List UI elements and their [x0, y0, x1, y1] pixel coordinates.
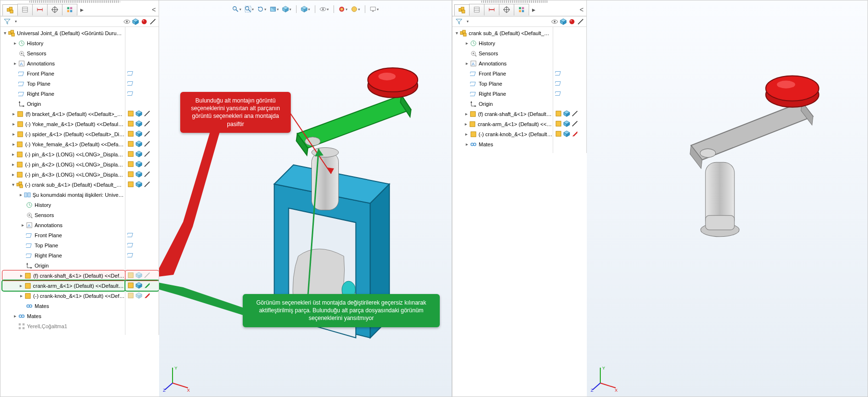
display-option-part[interactable]: [127, 282, 135, 289]
display-option-cube[interactable]: [136, 151, 143, 158]
tree-item[interactable]: ▸ (-) pin_&<2> (LONG) <<LONG>_Display St…: [2, 159, 125, 169]
feature-tree[interactable]: ▾ Universal Joint_& (Default) <Görüntü D…: [0, 27, 125, 335]
tree-item[interactable]: Front Plane: [454, 68, 553, 78]
display-option-cube[interactable]: [136, 161, 143, 168]
display-option-part[interactable]: [127, 110, 135, 117]
expander-icon[interactable]: ▸: [12, 61, 18, 66]
display-option-part[interactable]: [127, 130, 135, 138]
expander-icon[interactable]: ▾: [454, 30, 459, 36]
display-option-part[interactable]: [127, 141, 135, 148]
tree-item[interactable]: Top Plane: [2, 240, 125, 250]
display-option-part[interactable]: [127, 120, 135, 128]
filter-icon[interactable]: [3, 18, 11, 26]
feature-tree[interactable]: ▾ crank sub_& (Default) <Default_Displa …: [452, 27, 553, 153]
tabs-overflow[interactable]: ▸: [529, 6, 538, 13]
display-option-cube-dim[interactable]: [136, 272, 143, 279]
expander-icon[interactable]: ▸: [464, 141, 470, 147]
display-option-part[interactable]: [127, 161, 135, 168]
display-option-cube[interactable]: [563, 110, 570, 117]
display-option-slash[interactable]: [144, 171, 151, 178]
display-option-cube[interactable]: [136, 130, 143, 138]
tab-configuration-manager[interactable]: [32, 4, 48, 15]
tree-item[interactable]: ▸ (-) crank-knob_&<1> (Default) <: [454, 129, 553, 139]
display-option-slash[interactable]: [144, 161, 151, 168]
tree-item[interactable]: Top Plane: [2, 78, 125, 89]
display-option-slash[interactable]: [571, 120, 579, 128]
display-pane-cube-icon[interactable]: [132, 18, 139, 26]
display-pane-cube-icon[interactable]: [559, 18, 567, 26]
tab-property-manager[interactable]: [469, 4, 484, 15]
expander-icon[interactable]: ▸: [463, 111, 469, 116]
expander-icon[interactable]: ▸: [464, 40, 470, 46]
display-option-slash[interactable]: [144, 141, 151, 148]
expander-icon[interactable]: ▸: [19, 273, 24, 278]
display-option-cube[interactable]: [563, 130, 570, 138]
tree-item[interactable]: ▸ Annotations: [454, 58, 553, 68]
display-option-part-dim[interactable]: [127, 272, 135, 279]
display-option-plane[interactable]: [127, 242, 135, 249]
display-option-part[interactable]: [555, 120, 562, 128]
tree-item[interactable]: ▸ History: [2, 38, 125, 48]
expander-icon[interactable]: ▸: [464, 131, 470, 137]
section-button[interactable]: ▾: [270, 4, 279, 14]
tree-item[interactable]: Right Plane: [454, 89, 553, 99]
display-option-slash-dim[interactable]: [144, 272, 151, 279]
zoom-fit-button[interactable]: ▾: [245, 4, 254, 14]
display-pane-transparency-icon[interactable]: [577, 18, 584, 26]
panel-collapse[interactable]: <: [149, 6, 159, 13]
display-option-slash[interactable]: [144, 181, 151, 188]
tree-item[interactable]: ▸ crank-arm_&<1> (Default) <<Default>_Di…: [2, 281, 125, 291]
tree-item[interactable]: YerelLÇoğaltma1: [2, 321, 125, 331]
display-option-part[interactable]: [127, 181, 135, 188]
display-option-plane[interactable]: [555, 70, 562, 77]
expander-icon[interactable]: ▸: [464, 61, 470, 66]
tab-feature-tree[interactable]: [2, 4, 18, 16]
tree-item[interactable]: Origin: [2, 260, 125, 270]
tree-item[interactable]: ▸ (-) crank-knob_&<1> (Default) <<Defaul…: [2, 291, 125, 301]
display-option-slash[interactable]: [144, 110, 151, 117]
eye-button[interactable]: ▾: [320, 4, 329, 14]
tree-item[interactable]: Mates: [2, 301, 125, 311]
tab-dimxpert[interactable]: [47, 4, 62, 15]
tab-display-manager[interactable]: [514, 4, 529, 15]
expander-icon[interactable]: ▸: [11, 162, 16, 167]
expander-icon[interactable]: ▾: [11, 182, 16, 187]
expander-icon[interactable]: ▸: [18, 192, 24, 197]
display-option-cube[interactable]: [136, 171, 143, 178]
panel-collapse[interactable]: <: [577, 6, 586, 13]
display-option-cube[interactable]: [136, 282, 143, 289]
display-option-slash-red[interactable]: [144, 292, 151, 299]
expander-icon[interactable]: ▸: [463, 121, 469, 127]
expander-icon[interactable]: ▸: [12, 40, 18, 46]
tree-root[interactable]: ▾ crank sub_& (Default) <Default_Displa: [454, 28, 553, 38]
tree-item[interactable]: ▸ (f) crank-shaft_&<1> (Default) <<: [454, 109, 553, 119]
display-option-plane[interactable]: [127, 70, 135, 77]
display-option-cube-dim[interactable]: [136, 292, 143, 299]
appearance-button[interactable]: ▾: [338, 4, 348, 14]
tab-dimxpert[interactable]: [499, 4, 514, 15]
tree-item[interactable]: Front Plane: [2, 68, 125, 78]
display-option-slash[interactable]: [144, 151, 151, 158]
display-option-slash[interactable]: [144, 120, 151, 128]
tree-item[interactable]: Right Plane: [2, 89, 125, 99]
display-option-slash[interactable]: [144, 130, 151, 138]
display-option-part[interactable]: [555, 130, 562, 138]
display-option-part[interactable]: [127, 151, 135, 158]
expander-icon[interactable]: ▸: [11, 131, 16, 137]
tree-item[interactable]: ▸ (f) crank-shaft_&<1> (Default) <<Defau…: [2, 270, 125, 281]
tree-item[interactable]: ▸ (-) spider_&<1> (Default) <<Default>_D…: [2, 129, 125, 139]
filter-dropdown[interactable]: ▾: [464, 18, 471, 26]
tree-item[interactable]: Front Plane: [2, 230, 125, 240]
tree-item[interactable]: ▸ (-) Yoke_female_&<1> (Default) <<Defau…: [2, 139, 125, 149]
expander-icon[interactable]: ▸: [11, 141, 16, 147]
display-pane-appearance-icon[interactable]: [568, 18, 576, 26]
tree-item[interactable]: ▸ Mates: [2, 311, 125, 321]
display-pane-appearance-icon[interactable]: [140, 18, 148, 26]
filter-dropdown[interactable]: ▾: [12, 18, 20, 26]
display-option-plane[interactable]: [127, 90, 135, 97]
tabs-overflow[interactable]: ▸: [77, 6, 87, 13]
tree-item[interactable]: Sensors: [454, 48, 553, 58]
tree-item[interactable]: ▸ Annotations: [2, 220, 125, 230]
expander-icon[interactable]: ▸: [11, 152, 16, 157]
tree-item[interactable]: ▸ (f) bracket_&<1> (Default) <<Default>_…: [2, 109, 125, 119]
